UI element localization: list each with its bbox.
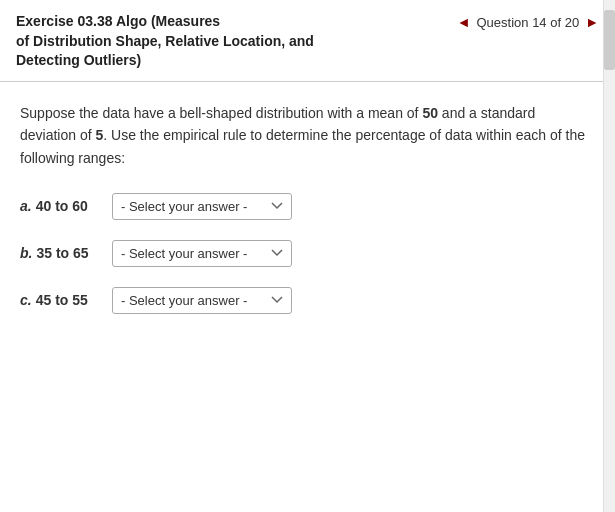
content-area: Suppose the data have a bell-shaped dist… (0, 82, 615, 512)
question-text-part3: . Use the empirical rule to determine th… (20, 127, 585, 165)
question-counter: Question 14 of 20 (477, 15, 580, 30)
question-text: Suppose the data have a bell-shaped dist… (20, 102, 595, 169)
answer-row-c: c. 45 to 55 - Select your answer - 68% 9… (20, 287, 595, 314)
answer-range-a: 40 to 60 (36, 198, 88, 214)
title-line2: of Distribution Shape, Relative Location… (16, 33, 314, 49)
main-container: Exercise 03.38 Algo (Measures of Distrib… (0, 0, 615, 512)
title-line1: Exercise 03.38 Algo (Measures (16, 13, 220, 29)
header: Exercise 03.38 Algo (Measures of Distrib… (0, 0, 615, 82)
prev-arrow[interactable]: ◄ (457, 14, 471, 30)
next-arrow[interactable]: ► (585, 14, 599, 30)
answer-letter-c: c. (20, 292, 32, 308)
answer-select-b[interactable]: - Select your answer - 68% 95% 99.7% (112, 240, 292, 267)
answer-select-a[interactable]: - Select your answer - 68% 95% 99.7% (112, 193, 292, 220)
answer-range-c: 45 to 55 (36, 292, 88, 308)
exercise-title: Exercise 03.38 Algo (Measures of Distrib… (16, 12, 314, 71)
question-text-part1: Suppose the data have a bell-shaped dist… (20, 105, 422, 121)
answer-range-b: 35 to 65 (36, 245, 88, 261)
answer-label-a: a. 40 to 60 (20, 198, 100, 214)
answer-letter-a: a. (20, 198, 32, 214)
answer-row-b: b. 35 to 65 - Select your answer - 68% 9… (20, 240, 595, 267)
mean-value: 50 (422, 105, 438, 121)
scrollbar-thumb[interactable] (604, 10, 615, 70)
answer-row-a: a. 40 to 60 - Select your answer - 68% 9… (20, 193, 595, 220)
page-container: Exercise 03.38 Algo (Measures of Distrib… (0, 0, 615, 512)
answer-letter-b: b. (20, 245, 32, 261)
scrollbar[interactable] (603, 0, 615, 512)
answer-select-c[interactable]: - Select your answer - 68% 95% 99.7% (112, 287, 292, 314)
answer-label-b: b. 35 to 65 (20, 245, 100, 261)
answer-label-c: c. 45 to 55 (20, 292, 100, 308)
title-line3: Detecting Outliers) (16, 52, 141, 68)
question-navigation: ◄ Question 14 of 20 ► (457, 12, 599, 30)
